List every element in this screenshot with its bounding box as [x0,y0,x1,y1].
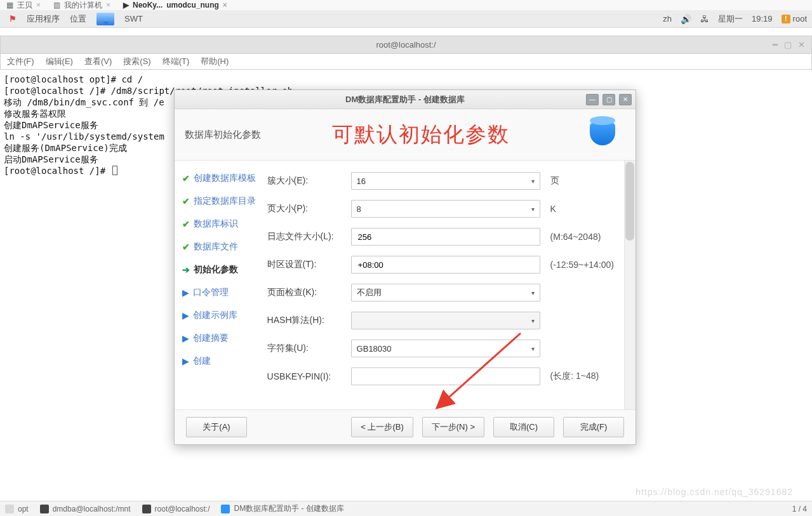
task-dmdba[interactable]: dmdba@localhost:/mnt [40,505,131,513]
menu-view[interactable]: 查看(V) [84,56,112,67]
usbkey-label: USBKEY-PIN(I): [267,371,345,381]
timezone-hint: (-12:59~+14:00) [550,260,614,270]
step-summary[interactable]: ▶创建摘要 [182,327,261,350]
terminal-titlebar: root@localhost:/ ━ ▢ ✕ [0,36,812,53]
apps-menu[interactable]: 应用程序 [27,13,60,25]
next-button[interactable]: 下一步(N) > [422,417,484,437]
init-params-form: 簇大小(E): 16▾ 页 页大小(P): 8▾ K 日志文件大小(L): (M… [263,161,636,409]
close-button[interactable]: ✕ [619,94,632,105]
maximize-icon[interactable]: ▢ [784,40,792,50]
system-top-bar: ⚑ 应用程序 位置 SWT zh 🔊 🖧 星期一 19:19 !root [0,10,812,28]
wizard-steps: ✔创建数据库模板 ✔指定数据库目录 ✔数据库标识 ✔数据库文件 ➔初始化参数 ▶… [175,161,263,409]
page-size-select[interactable]: 8▾ [351,200,540,218]
usbkey-input[interactable] [351,367,540,385]
step-create-template[interactable]: ✔创建数据库模板 [182,167,261,190]
step-create[interactable]: ▶创建 [182,350,261,373]
menu-terminal[interactable]: 终端(T) [163,56,190,67]
dialog-footer: 关于(A) < 上一步(B) 下一步(N) > 取消(C) 完成(F) [175,410,636,444]
page-check-label: 页面检查(K): [267,287,345,298]
swt-label: SWT [124,14,143,23]
editor-tabs: ▦ 王贝 × ▥ 我的计算机 × ▶ NeoKy...umodcu_nung × [0,0,812,10]
hash-select[interactable]: ▾ [351,312,540,329]
chevron-down-icon: ▾ [531,178,535,185]
log-hint: (M:64~2048) [550,232,601,242]
tab-2[interactable]: ▥ 我的计算机 × [53,0,110,11]
maximize-button[interactable]: ▢ [602,94,615,105]
task-dm-wizard[interactable]: DM数据库配置助手 - 创建数据库 [221,503,343,514]
charset-select[interactable]: GB18030▾ [351,340,540,357]
minimize-button[interactable]: — [586,94,599,105]
close-icon[interactable]: ✕ [798,40,805,50]
database-icon [581,116,622,153]
menu-search[interactable]: 搜索(S) [123,56,150,67]
taskbar: opt dmdba@localhost:/mnt root@localhost:… [0,501,812,516]
page-unit: K [550,204,556,214]
step-title: 数据库初始化参数 [185,129,261,141]
cluster-size-label: 簇大小(E): [267,175,345,187]
prev-button[interactable]: < 上一步(B) [351,417,413,437]
about-button[interactable]: 关于(A) [186,417,247,437]
tab-1[interactable]: ▦ 王贝 × [6,0,41,11]
menu-file[interactable]: 文件(F) [7,56,34,67]
step-password[interactable]: ▶口令管理 [182,281,261,304]
terminal-title: root@localhost:/ [376,40,436,50]
swt-app-icon[interactable] [97,13,114,25]
timezone-input[interactable] [351,256,540,274]
page-size-label: 页大小(P): [267,203,345,215]
menu-edit[interactable]: 编辑(E) [46,56,73,67]
watermark: https://blog.csdn.net/qq_36291682 [636,487,793,497]
task-opt[interactable]: opt [5,505,29,513]
hash-label: HASH算法(H): [267,315,345,326]
page-indicator: 1 / 4 [792,505,807,513]
chevron-down-icon: ▾ [531,206,535,213]
user-menu[interactable]: !root [782,14,807,23]
step-init-params[interactable]: ➔初始化参数 [182,258,261,281]
cancel-button[interactable]: 取消(C) [493,417,554,437]
log-size-input[interactable] [351,228,540,246]
timezone-label: 时区设置(T): [267,259,345,270]
step-db-directory[interactable]: ✔指定数据库目录 [182,190,261,213]
minimize-icon[interactable]: ━ [773,40,778,50]
volume-icon[interactable]: 🔊 [681,14,691,24]
input-method[interactable]: zh [663,14,672,23]
cluster-size-select[interactable]: 16▾ [351,172,540,190]
terminal-menubar: 文件(F) 编辑(E) 查看(V) 搜索(S) 终端(T) 帮助(H) [0,53,812,70]
scrollbar-thumb[interactable] [625,162,634,241]
page-check-select[interactable]: 不启用▾ [351,284,540,301]
log-size-label: 日志文件大小(L): [267,231,345,242]
cursor [112,166,117,175]
footprint-icon: ⚑ [9,14,17,23]
places-menu[interactable]: 位置 [70,13,86,25]
close-icon[interactable]: × [223,1,227,10]
charset-label: 字符集(U): [267,343,345,354]
usbkey-hint: (长度: 1~48) [550,371,599,382]
network-icon[interactable]: 🖧 [700,14,709,24]
menu-help[interactable]: 帮助(H) [201,56,229,67]
step-sample-db[interactable]: ▶创建示例库 [182,304,261,327]
db-config-dialog: DM数据库配置助手 - 创建数据库 — ▢ ✕ 数据库初始化参数 可默认初始化参… [174,89,636,445]
dialog-title: DM数据库配置助手 - 创建数据库 [345,94,465,105]
close-icon[interactable]: × [36,1,41,10]
task-root[interactable]: root@localhost:/ [142,505,210,513]
chevron-down-icon: ▾ [531,289,535,296]
step-db-files[interactable]: ✔数据库文件 [182,235,261,258]
finish-button[interactable]: 完成(F) [563,417,624,437]
clock-time: 19:19 [752,14,773,23]
clock-day: 星期一 [718,13,743,25]
chevron-down-icon: ▾ [531,317,535,324]
close-icon[interactable]: × [106,1,110,10]
step-db-identity[interactable]: ✔数据库标识 [182,213,261,235]
chevron-down-icon: ▾ [531,345,535,352]
tab-active[interactable]: ▶ NeoKy...umodcu_nung × [123,1,227,10]
dialog-titlebar[interactable]: DM数据库配置助手 - 创建数据库 — ▢ ✕ [175,90,636,109]
cluster-unit: 页 [550,175,559,187]
annotation-text: 可默认初始化参数 [332,121,510,149]
